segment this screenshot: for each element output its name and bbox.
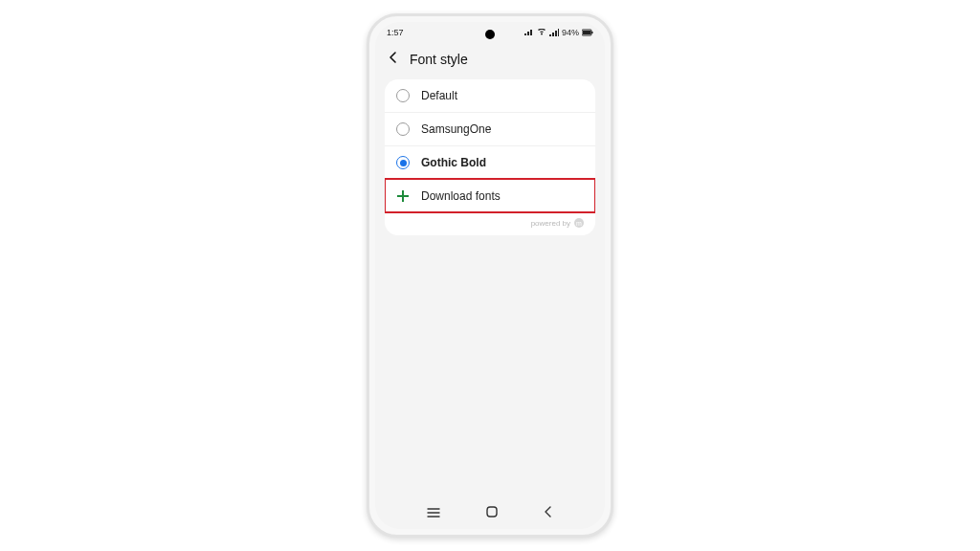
font-option-default[interactable]: Default <box>385 79 595 112</box>
phone-screen: 1:57 94% Font style <box>375 22 605 529</box>
font-list-card: Default SamsungOne Gothic Bold Download … <box>385 79 595 235</box>
status-icons: 94% <box>524 28 593 37</box>
wifi-call-icon <box>537 29 546 36</box>
plus-icon <box>396 189 410 203</box>
svg-rect-6 <box>487 507 497 517</box>
battery-icon <box>582 29 593 36</box>
font-option-label: Default <box>421 89 457 102</box>
font-option-label: Gothic Bold <box>421 156 486 169</box>
powered-by-label: powered by m <box>385 212 595 235</box>
navigation-bar <box>375 500 605 529</box>
nav-back-icon[interactable] <box>543 505 554 522</box>
radio-icon <box>396 156 410 169</box>
font-option-samsungone[interactable]: SamsungOne <box>385 112 595 145</box>
svg-rect-2 <box>591 32 593 33</box>
page-title: Font style <box>410 52 468 67</box>
power-button <box>612 227 613 275</box>
volume-button <box>612 141 613 167</box>
radio-icon <box>396 122 410 136</box>
monotype-icon: m <box>574 218 584 228</box>
phone-frame: 1:57 94% Font style <box>367 13 613 538</box>
signal-icon <box>549 29 559 36</box>
font-option-gothic-bold[interactable]: Gothic Bold <box>385 145 595 179</box>
back-icon[interactable] <box>387 51 400 68</box>
download-fonts-label: Download fonts <box>421 189 501 203</box>
front-camera <box>485 30 495 39</box>
font-option-label: SamsungOne <box>421 122 491 136</box>
volte-icon <box>524 29 534 36</box>
status-time: 1:57 <box>387 28 404 37</box>
download-fonts-row[interactable]: Download fonts <box>385 179 595 212</box>
recents-icon[interactable] <box>426 505 441 522</box>
battery-percent: 94% <box>562 28 579 37</box>
home-icon[interactable] <box>485 505 499 522</box>
svg-rect-1 <box>583 31 591 34</box>
radio-icon <box>396 89 410 102</box>
app-bar: Font style <box>375 43 605 79</box>
